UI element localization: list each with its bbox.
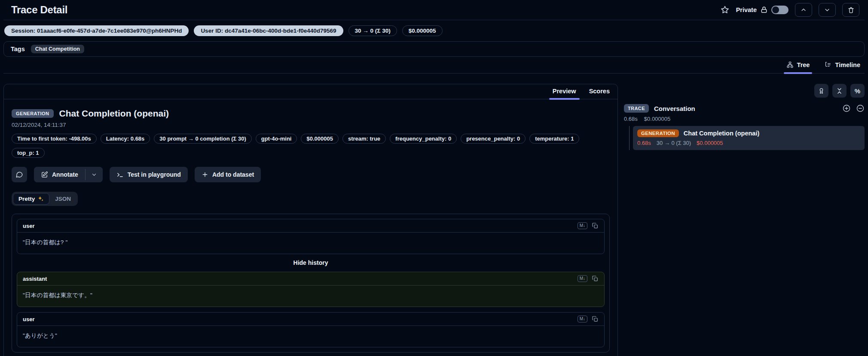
- param-badge: Latency: 0.68s: [101, 134, 150, 144]
- panel-body: GENERATION Chat Completion (openai) 02/1…: [4, 99, 617, 356]
- trace-title: Conversation: [654, 105, 695, 112]
- param-badge: temperature: 1: [529, 134, 579, 144]
- tab-timeline[interactable]: Timeline: [823, 61, 861, 73]
- param-badge: presence_penalty: 0: [461, 134, 526, 144]
- timeline-icon: [824, 61, 831, 68]
- markdown-icon[interactable]: M↓: [578, 316, 587, 322]
- copy-icon[interactable]: [592, 316, 599, 322]
- award-icon: [818, 87, 825, 95]
- tree-icon: [786, 61, 794, 68]
- trace-latency: 0.68s: [624, 116, 638, 122]
- message-role: assistant: [23, 276, 47, 282]
- add-to-dataset-button[interactable]: Add to dataset: [195, 167, 261, 182]
- generation-node-metrics: 0.68s 30 → 0 (Σ 30) $0.000005: [637, 140, 860, 146]
- pen-square-icon: [41, 171, 48, 178]
- observation-type-badge: GENERATION: [12, 109, 54, 118]
- node-cost: $0.000005: [697, 140, 723, 146]
- next-trace-button[interactable]: [819, 3, 836, 17]
- message-card: userM↓"日本の首都は? ": [17, 219, 605, 254]
- observation-heading: GENERATION Chat Completion (openai): [12, 108, 610, 119]
- trace-detail-page: Trace Detail Private: [0, 0, 868, 356]
- markdown-icon[interactable]: M↓: [578, 222, 587, 229]
- tab-scores[interactable]: Scores: [589, 88, 610, 99]
- actions-row: Annotate Test in playgroun: [12, 167, 610, 182]
- tree-children: GENERATION Chat Completion (openai) 0.68…: [629, 126, 865, 150]
- sparkles-icon: [37, 196, 44, 202]
- collapse-tree-button[interactable]: [856, 104, 865, 113]
- playground-button[interactable]: Test in playground: [110, 167, 188, 182]
- comment-icon: [15, 171, 23, 178]
- trace-root-row[interactable]: TRACE Conversation: [624, 104, 865, 113]
- param-badge: stream: true: [342, 134, 386, 144]
- markdown-icon[interactable]: M↓: [578, 275, 587, 282]
- tab-timeline-label: Timeline: [835, 61, 860, 68]
- message-card: userM↓"ありがとう": [17, 312, 605, 347]
- messages-container: userM↓"日本の首都は? "Hide historyassistantM↓"…: [12, 214, 610, 353]
- token-usage-badge: 30 → 0 (Σ 30): [348, 25, 397, 36]
- user-id-badge[interactable]: User ID: dc47a41e-06bc-400d-bde1-f0e440d…: [194, 25, 343, 36]
- copy-icon[interactable]: [592, 275, 599, 282]
- tree-toolbar: %: [624, 84, 865, 98]
- cost-badge: $0.000005: [402, 25, 443, 36]
- annotate-dropdown-button[interactable]: [86, 167, 103, 182]
- message-role: user: [23, 223, 34, 229]
- show-scores-button[interactable]: [814, 84, 828, 98]
- tag-chip[interactable]: Chat Competition: [31, 45, 84, 53]
- show-metrics-button[interactable]: %: [850, 84, 865, 98]
- playground-label: Test in playground: [128, 171, 181, 178]
- generation-node[interactable]: GENERATION Chat Completion (openai) 0.68…: [633, 126, 865, 150]
- message-header: assistantM↓: [17, 272, 604, 285]
- lock-icon: [760, 6, 768, 14]
- session-badge[interactable]: Session: 01aaacf6-e0fe-457d-a7de-7c1ee08…: [4, 25, 189, 36]
- param-badge: Time to first token: -498.00s: [12, 134, 97, 144]
- star-icon: [720, 5, 730, 15]
- previous-trace-button[interactable]: [795, 3, 812, 17]
- trace-tree-panel: % TRACE Conversation 0.: [624, 84, 865, 150]
- message-content: "日本の首都は? ": [17, 233, 604, 254]
- generation-node-title: Chat Completion (openai): [684, 130, 759, 137]
- trash-icon: [847, 6, 855, 14]
- trace-meta-row: Session: 01aaacf6-e0fe-457d-a7de-7c1ee08…: [3, 20, 865, 40]
- privacy-toggle[interactable]: [771, 6, 789, 14]
- copy-icon[interactable]: [592, 222, 599, 229]
- percent-icon: %: [855, 87, 860, 95]
- message-header: userM↓: [17, 313, 604, 326]
- tab-tree[interactable]: Tree: [785, 61, 811, 73]
- trace-type-badge: TRACE: [624, 104, 649, 113]
- tab-tree-label: Tree: [797, 61, 810, 68]
- tags-bar: Tags Chat Competition: [3, 41, 865, 57]
- format-pretty-button[interactable]: Pretty: [13, 193, 49, 205]
- toggle-knob: [772, 6, 779, 13]
- plus-icon: [202, 171, 208, 178]
- panel-tab-bar: Preview Scores: [4, 84, 617, 99]
- format-json-button[interactable]: JSON: [49, 193, 76, 205]
- chevron-down-icon: [824, 6, 831, 13]
- message-card: assistantM↓"日本の首都は東京です。": [17, 272, 605, 307]
- tags-label: Tags: [11, 46, 25, 52]
- fold-vertical-icon: [836, 87, 843, 95]
- node-latency: 0.68s: [637, 140, 651, 146]
- message-role: user: [23, 316, 34, 322]
- privacy-control: Private: [736, 6, 789, 14]
- param-badge: $0.000005: [301, 134, 338, 144]
- annotate-label: Annotate: [52, 171, 78, 178]
- delete-trace-button[interactable]: [842, 3, 859, 17]
- param-badge: frequency_penalty: 0: [390, 134, 457, 144]
- observation-title: Chat Completion (openai): [59, 108, 169, 119]
- param-badges: Time to first token: -498.00sLatency: 0.…: [12, 134, 590, 158]
- message-content: "日本の首都は東京です。": [17, 285, 604, 307]
- collapse-all-button[interactable]: [832, 84, 847, 98]
- param-badge: gpt-4o-mini: [256, 134, 297, 144]
- trace-cost: $0.000005: [644, 116, 670, 122]
- chevron-down-icon: [91, 172, 97, 178]
- observation-timestamp: 02/12/2024, 14:11:37: [12, 122, 610, 128]
- param-badge: top_p: 1: [12, 148, 45, 158]
- plus-circle-icon: [842, 104, 851, 113]
- annotate-button[interactable]: Annotate: [34, 167, 85, 182]
- comments-button[interactable]: [12, 167, 27, 182]
- tab-preview[interactable]: Preview: [553, 88, 576, 99]
- bookmark-star-button[interactable]: [720, 5, 730, 15]
- expand-all-button[interactable]: [842, 104, 851, 113]
- hide-history-button[interactable]: Hide history: [17, 254, 605, 272]
- header-actions: Private: [720, 3, 859, 17]
